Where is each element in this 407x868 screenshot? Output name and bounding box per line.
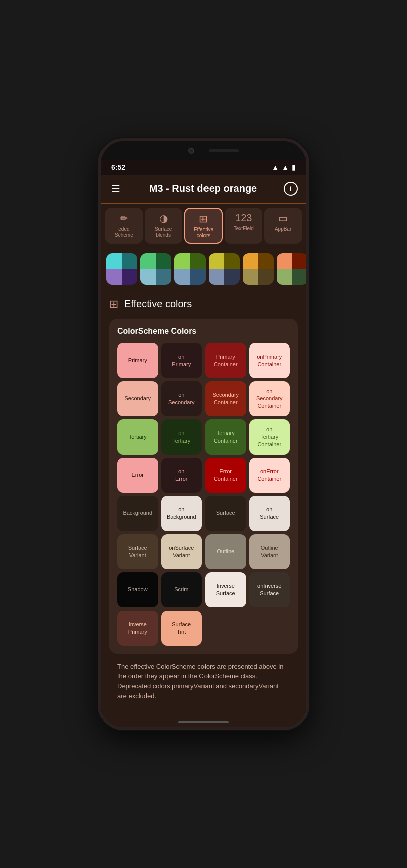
color-on-secondary[interactable]: onSecondary (161, 381, 202, 416)
tab-surface[interactable]: ◑ Surfaceblends (145, 208, 182, 244)
swatch-5[interactable] (277, 253, 306, 285)
swatch-0[interactable] (106, 253, 137, 285)
color-scrim[interactable]: Scrim (161, 572, 202, 607)
color-background[interactable]: Background (117, 496, 158, 531)
card-title: ColorScheme Colors (117, 327, 290, 336)
status-bar: 6:52 ▲ ▲ ▮ (101, 160, 306, 175)
tab-textfield[interactable]: 123 TextField (225, 208, 262, 244)
section-title: Effective colors (124, 298, 192, 310)
color-on-inverse-surface[interactable]: onInverseSurface (249, 572, 290, 607)
surface-label: Surfaceblends (155, 226, 172, 238)
phone-notch (101, 141, 306, 160)
textfield-icon: 123 (235, 212, 252, 224)
effective-icon: ⊞ (199, 213, 208, 225)
camera-cutout (188, 148, 194, 154)
section-header: ⊞ Effective colors (109, 298, 298, 311)
color-on-primary[interactable]: onPrimary (161, 343, 202, 378)
color-scheme-card: ColorScheme Colors Primary onPrimary Pri… (109, 319, 298, 654)
empty-spacer (205, 611, 290, 646)
info-button[interactable]: i (284, 182, 298, 196)
battery-icon: ▮ (292, 163, 296, 171)
color-tertiary[interactable]: Tertiary (117, 419, 158, 455)
color-secondary-container[interactable]: SecondaryContainer (205, 381, 246, 416)
appbar-icon: ▭ (278, 212, 288, 224)
color-secondary[interactable]: Secondary (117, 381, 158, 416)
color-error[interactable]: Error (117, 458, 158, 493)
swatch-3[interactable] (209, 253, 240, 285)
color-on-surface-variant[interactable]: onSurfaceVariant (161, 534, 202, 569)
color-inverse-primary[interactable]: InversePrimary (117, 611, 158, 646)
color-on-background[interactable]: onBackground (161, 496, 202, 531)
speaker-cutout (209, 149, 239, 152)
appbar-label: AppBar (275, 226, 291, 232)
color-surface-tint[interactable]: SurfaceTint (161, 611, 202, 646)
swatch-4[interactable] (243, 253, 274, 285)
color-on-error-container[interactable]: onErrorContainer (249, 458, 290, 493)
color-on-tertiary[interactable]: onTertiary (161, 419, 202, 455)
colors-grid: Primary onPrimary PrimaryContainer onPri… (117, 343, 290, 646)
color-on-surface[interactable]: onSurface (249, 496, 290, 531)
tab-effective[interactable]: ⊞ Effectivecolors (184, 208, 223, 244)
color-on-primary-container[interactable]: onPrimaryContainer (249, 343, 290, 378)
seeded-icon: ✏ (120, 212, 128, 224)
footer-text: The effective ColorScheme colors are pre… (109, 654, 298, 709)
color-on-error[interactable]: onError (161, 458, 202, 493)
color-surface[interactable]: Surface (205, 496, 246, 531)
color-swatches-row (101, 248, 306, 290)
tab-seeded[interactable]: ✏ ededScheme (105, 208, 143, 244)
color-on-secondary-container[interactable]: onSecondaryContainer (249, 381, 290, 416)
section-icon: ⊞ (109, 298, 118, 311)
color-tertiary-container[interactable]: TertiaryContainer (205, 419, 246, 455)
color-inverse-surface[interactable]: InverseSurface (205, 572, 246, 607)
swatch-2[interactable] (174, 253, 206, 285)
tab-appbar[interactable]: ▭ AppBar (264, 208, 302, 244)
home-bar (178, 721, 229, 723)
color-error-container[interactable]: ErrorContainer (205, 458, 246, 493)
color-primary[interactable]: Primary (117, 343, 158, 378)
swatch-1[interactable] (140, 253, 171, 285)
surface-icon: ◑ (159, 212, 168, 224)
seeded-label: ededScheme (115, 226, 133, 238)
effective-label: Effectivecolors (194, 227, 213, 239)
main-content: ⊞ Effective colors ColorScheme Colors Pr… (101, 290, 306, 717)
phone-frame: 6:52 ▲ ▲ ▮ ☰ M3 - Rust deep orange i ✏ e… (98, 138, 309, 730)
wifi-icon: ▲ (272, 163, 279, 171)
app-title: M3 - Rust deep orange (149, 183, 257, 194)
color-primary-container[interactable]: PrimaryContainer (205, 343, 246, 378)
signal-icon: ▲ (282, 163, 289, 171)
color-surface-variant[interactable]: SurfaceVariant (117, 534, 158, 569)
status-icons: ▲ ▲ ▮ (272, 163, 296, 171)
color-shadow[interactable]: Shadow (117, 572, 158, 607)
nav-tabs: ✏ ededScheme ◑ Surfaceblends ⊞ Effective… (101, 204, 306, 248)
status-time: 6:52 (111, 163, 125, 171)
color-outline[interactable]: Outline (205, 534, 246, 569)
textfield-label: TextField (234, 226, 254, 232)
menu-button[interactable]: ☰ (109, 181, 122, 197)
color-on-tertiary-container[interactable]: onTertiaryContainer (249, 419, 290, 455)
top-bar: ☰ M3 - Rust deep orange i (101, 175, 306, 204)
home-indicator (101, 717, 306, 727)
color-outline-variant[interactable]: OutlineVariant (249, 534, 290, 569)
